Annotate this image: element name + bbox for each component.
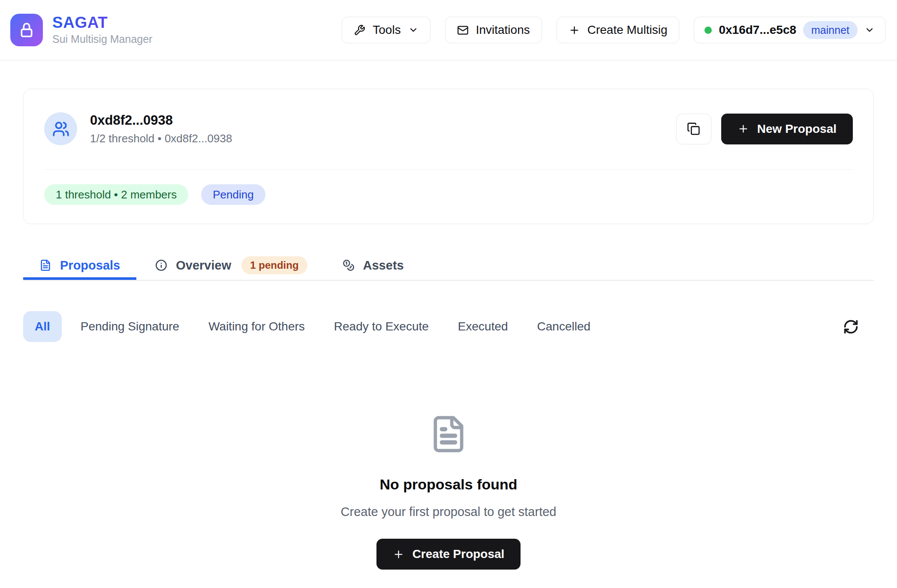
network-badge: mainnet — [803, 21, 858, 39]
multisig-meta: 1/2 threshold • 0xd8f2...0938 — [90, 132, 232, 145]
tab-overview[interactable]: Overview 1 pending — [139, 251, 323, 280]
multisig-name: 0xd8f2...0938 — [90, 113, 232, 128]
tools-button[interactable]: Tools — [342, 17, 430, 43]
brand-text: SAGAT Sui Multisig Manager — [52, 15, 152, 45]
plus-icon — [569, 24, 580, 36]
copy-icon — [687, 122, 700, 135]
app-title: SAGAT — [52, 15, 152, 31]
wrench-icon — [354, 24, 365, 36]
new-proposal-button[interactable]: New Proposal — [721, 114, 853, 144]
app-logo — [10, 14, 43, 46]
invitations-label: Invitations — [476, 23, 530, 37]
chevron-down-icon — [408, 25, 418, 35]
tab-bar: Proposals Overview 1 pending Assets — [23, 251, 874, 281]
tab-proposals[interactable]: Proposals — [23, 251, 136, 280]
empty-state: No proposals found Create your first pro… — [23, 414, 874, 570]
info-icon — [155, 259, 167, 271]
multisig-badges: 1 threshold • 2 members Pending — [44, 184, 853, 205]
coins-icon — [343, 259, 355, 271]
refresh-button[interactable] — [840, 316, 861, 337]
filter-all[interactable]: All — [23, 311, 62, 342]
tab-assets[interactable]: Assets — [326, 251, 420, 280]
members-badge: 1 threshold • 2 members — [44, 184, 188, 205]
pending-count-badge: 1 pending — [241, 256, 307, 274]
tab-assets-label: Assets — [363, 258, 404, 273]
tab-proposals-label: Proposals — [60, 258, 120, 273]
multisig-card: 0xd8f2...0938 1/2 threshold • 0xd8f2...0… — [23, 89, 874, 224]
multisig-card-actions: New Proposal — [676, 114, 853, 144]
create-multisig-button[interactable]: Create Multisig — [557, 17, 680, 43]
wallet-address: 0x16d7...e5c8 — [719, 23, 796, 37]
multisig-card-header: 0xd8f2...0938 1/2 threshold • 0xd8f2...0… — [44, 112, 853, 145]
filter-waiting-for-others[interactable]: Waiting for Others — [198, 311, 315, 342]
multisig-avatar — [44, 112, 77, 145]
filter-cancelled[interactable]: Cancelled — [527, 311, 601, 342]
mail-icon — [457, 24, 469, 36]
filter-executed[interactable]: Executed — [448, 311, 518, 342]
create-proposal-label: Create Proposal — [412, 547, 505, 561]
wallet-selector[interactable]: 0x16d7...e5c8 mainnet — [694, 17, 885, 43]
file-text-icon — [39, 259, 51, 271]
multisig-titles: 0xd8f2...0938 1/2 threshold • 0xd8f2...0… — [90, 113, 232, 145]
empty-state-icon-wrap — [429, 414, 468, 456]
file-text-icon — [429, 414, 468, 454]
refresh-icon — [843, 319, 859, 335]
main-content: 0xd8f2...0938 1/2 threshold • 0xd8f2...0… — [0, 89, 897, 570]
plus-icon — [393, 549, 404, 560]
proposal-filters: All Pending Signature Waiting for Others… — [23, 311, 874, 342]
status-badge: Pending — [201, 184, 265, 205]
tab-overview-label: Overview — [176, 258, 231, 273]
filter-ready-to-execute[interactable]: Ready to Execute — [324, 311, 439, 342]
card-divider — [44, 169, 853, 170]
invitations-button[interactable]: Invitations — [445, 17, 542, 43]
empty-state-subtitle: Create your first proposal to get starte… — [341, 505, 557, 519]
new-proposal-label: New Proposal — [757, 122, 837, 136]
tools-label: Tools — [373, 23, 400, 37]
create-multisig-label: Create Multisig — [587, 23, 668, 37]
copy-address-button[interactable] — [676, 114, 711, 144]
header-actions: Tools Invitations Create Multisig 0x16d7… — [342, 17, 885, 43]
brand: SAGAT Sui Multisig Manager — [10, 14, 152, 46]
app-subtitle: Sui Multisig Manager — [52, 33, 152, 45]
app-header: SAGAT Sui Multisig Manager Tools Invitat… — [0, 0, 897, 60]
plus-icon — [737, 123, 749, 135]
users-icon — [52, 120, 69, 138]
empty-state-title: No proposals found — [379, 476, 517, 493]
filter-pending-signature[interactable]: Pending Signature — [70, 311, 190, 342]
chevron-down-icon — [864, 25, 875, 35]
create-proposal-button[interactable]: Create Proposal — [376, 539, 521, 570]
lock-icon — [18, 21, 35, 39]
online-status-dot — [704, 27, 712, 34]
